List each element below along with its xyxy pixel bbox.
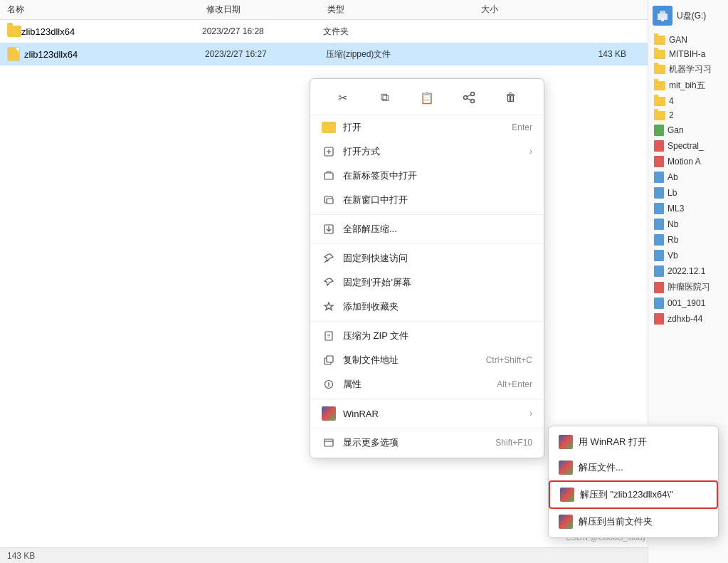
context-menu: ✂ ⧉ 📋 🗑 打开 Enter 打开方式 › 在新标签页中打开 在新窗口 [310, 78, 544, 458]
svg-point-5 [464, 96, 468, 100]
sidebar-item-label: MITBIH-a [669, 49, 705, 59]
folder-icon [654, 65, 665, 74]
file-date: 2023/2/27 16:28 [202, 26, 323, 36]
winrar-menu-item[interactable]: WinRAR › [310, 401, 544, 426]
open-with-icon [322, 144, 336, 159]
sidebar-item[interactable]: Vb [648, 248, 728, 263]
share-button[interactable] [458, 86, 480, 109]
compress-zip-label: 压缩为 ZIP 文件 [343, 330, 532, 342]
new-tab-menu-item[interactable]: 在新标签页中打开 [310, 164, 544, 188]
new-window-menu-item[interactable]: 在新窗口中打开 [310, 188, 544, 212]
folder-icon [7, 26, 21, 37]
sidebar-item[interactable]: Rb [648, 232, 728, 248]
sidebar-item[interactable]: Lb [648, 185, 728, 201]
extract-current-item[interactable]: 解压到当前文件夹 [549, 509, 718, 535]
file-red-icon [654, 282, 664, 293]
open-rar-item[interactable]: 用 WinRAR 打开 [549, 429, 718, 455]
file-name: zlib123dllx64 [24, 49, 205, 60]
properties-menu-item[interactable]: 属性 Alt+Enter [310, 372, 544, 396]
extract-files-label: 解压文件... [579, 461, 623, 474]
winrar-icon-sm3 [560, 488, 574, 502]
col-header-size: 大小 [441, 4, 512, 16]
sidebar-item[interactable]: Spectral_ [648, 138, 728, 154]
properties-shortcut: Alt+Enter [497, 379, 532, 389]
folder-icon [654, 97, 665, 106]
col-header-name: 名称 [7, 4, 206, 16]
sidebar-item[interactable]: 肿瘤医院习 [648, 279, 728, 295]
properties-label: 属性 [343, 378, 482, 391]
sidebar-item-label: Ab [668, 172, 678, 182]
sidebar-item[interactable]: ML3 [648, 201, 728, 216]
sidebar-item[interactable]: mit_bih五 [648, 78, 728, 94]
copy-path-icon [322, 353, 336, 367]
file-red-icon [654, 140, 664, 152]
folder-icon [654, 111, 665, 120]
file-blue-icon [654, 298, 664, 309]
winrar-arrow: › [529, 409, 532, 419]
copy-path-menu-item[interactable]: 复制文件地址 Ctrl+Shift+C [310, 348, 544, 372]
usb-icon [653, 6, 672, 26]
sidebar-item[interactable]: 2 [648, 108, 728, 122]
file-list-header: 名称 修改日期 类型 大小 [0, 0, 648, 20]
sidebar-item[interactable]: GAN [648, 33, 728, 47]
sidebar-item-label: 2 [669, 110, 674, 120]
svg-rect-14 [325, 332, 332, 340]
sidebar-item[interactable]: Gan [648, 122, 728, 138]
file-blue-icon [654, 219, 664, 230]
file-blue-icon [654, 250, 664, 261]
col-header-date: 修改日期 [206, 4, 327, 16]
sidebar-item[interactable]: 001_1901 [648, 295, 728, 311]
sidebar-item[interactable]: 4 [648, 94, 728, 108]
table-row[interactable]: zlib123dllx64 2023/2/27 16:27 压缩(zipped)… [0, 43, 648, 65]
folder-icon [654, 50, 665, 59]
svg-point-4 [471, 100, 475, 103]
file-green-icon [654, 125, 664, 136]
new-window-icon [322, 193, 336, 207]
extract-all-label: 全部解压缩... [343, 223, 532, 236]
sidebar-item[interactable]: 机器学习习 [648, 61, 728, 78]
sidebar-items: GANMITBIH-a机器学习习mit_bih五42GanSpectral_Mo… [648, 31, 728, 328]
sidebar-item[interactable]: Ab [648, 169, 728, 185]
file-blue-icon [654, 172, 664, 183]
sidebar-item[interactable]: zdhxb-44 [648, 311, 728, 327]
more-options-menu-item[interactable]: 显示更多选项 Shift+F10 [310, 431, 544, 455]
open-with-menu-item[interactable]: 打开方式 › [310, 140, 544, 164]
sidebar-item[interactable]: MITBIH-a [648, 47, 728, 61]
pin-start-menu-item[interactable]: 固定到'开始'屏幕 [310, 270, 544, 295]
file-size: 143 KB [440, 49, 640, 59]
delete-button[interactable]: 🗑 [500, 86, 522, 109]
more-options-shortcut: Shift+F10 [495, 438, 532, 448]
file-type: 文件夹 [323, 26, 437, 38]
add-favorites-menu-item[interactable]: 添加到收藏夹 [310, 295, 544, 319]
copy-button[interactable]: ⧉ [374, 86, 396, 109]
sidebar-item[interactable]: 2022.12.1 [648, 263, 728, 279]
col-header-type: 类型 [327, 4, 441, 16]
sidebar-item-label: 机器学习习 [669, 63, 712, 75]
extract-all-menu-item[interactable]: 全部解压缩... [310, 217, 544, 241]
collapse-button[interactable]: › [648, 269, 648, 295]
sidebar-item[interactable]: Nb [648, 216, 728, 232]
extract-here-label: 解压到 "zlib123dllx64\" [580, 488, 673, 501]
sidebar-item-label: 001_1901 [668, 298, 705, 308]
sidebar-item-label: ML3 [668, 204, 684, 214]
more-options-label: 显示更多选项 [343, 436, 481, 449]
file-type: 压缩(zipped)文件 [326, 48, 440, 60]
pin-quick-menu-item[interactable]: 固定到快速访问 [310, 246, 544, 270]
extract-here-item[interactable]: 解压到 "zlib123dllx64\" [549, 480, 718, 509]
zip-icon [7, 47, 20, 61]
compress-zip-menu-item[interactable]: 压缩为 ZIP 文件 [310, 324, 544, 348]
svg-rect-1 [660, 11, 665, 14]
table-row[interactable]: zlib123dllx64 2023/2/27 16:28 文件夹 [0, 20, 648, 43]
paste-button[interactable]: 📋 [416, 86, 438, 109]
extract-files-item[interactable]: 解压文件... [549, 455, 718, 480]
sidebar-item[interactable]: Motion A [648, 154, 728, 169]
pin-quick-label: 固定到快速访问 [343, 252, 532, 265]
open-menu-item[interactable]: 打开 Enter [310, 115, 544, 140]
open-with-arrow: › [529, 147, 532, 157]
winrar-icon-sm2 [559, 461, 573, 475]
status-bar: 143 KB [0, 547, 648, 563]
pin-start-icon [322, 275, 336, 290]
cut-button[interactable]: ✂ [332, 86, 354, 109]
file-date: 2023/2/27 16:27 [205, 49, 326, 59]
sidebar-item-label: Motion A [668, 157, 701, 167]
